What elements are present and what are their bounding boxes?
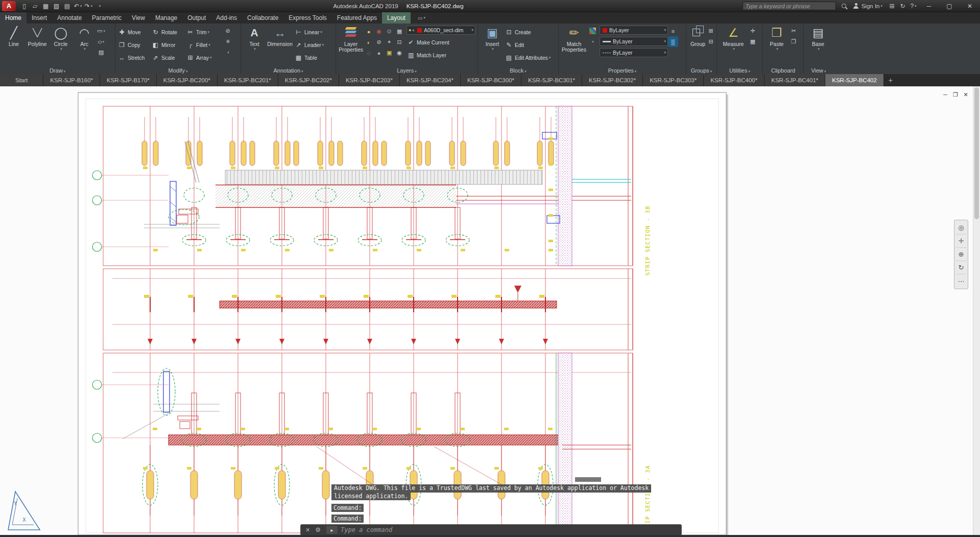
create-block-button[interactable]: ⊡Create xyxy=(505,26,556,38)
match-layer-button[interactable]: ▥Match Layer xyxy=(407,49,475,61)
layer-dropdown[interactable]: ● ◐ A060D_sect-dim ▾ xyxy=(407,26,475,35)
polyline-button[interactable]: ╲╱Polyline xyxy=(26,25,49,64)
orbit-icon[interactable]: ↻ xyxy=(955,261,967,274)
fillet-button[interactable]: ╭Fillet▾ xyxy=(186,38,223,51)
hatch-icon[interactable]: ▨ xyxy=(96,47,106,58)
tab-manage[interactable]: Manage xyxy=(150,12,182,24)
close-button[interactable]: ✕ xyxy=(960,0,980,12)
doc-restore-icon[interactable]: ❐ xyxy=(950,91,961,98)
save-as-icon[interactable]: ▧ xyxy=(51,1,62,11)
insert-button[interactable]: ▣Insert▾ xyxy=(480,25,505,64)
object-color-dropdown[interactable]: ByLayer▾ xyxy=(600,26,668,35)
color-grid-icon[interactable] xyxy=(587,26,597,36)
panel-label-groups[interactable]: Groups▾ xyxy=(686,67,716,74)
command-input[interactable] xyxy=(341,526,679,533)
tab-view[interactable]: View xyxy=(127,12,150,24)
line-button[interactable]: ╱Line xyxy=(2,25,26,64)
vertical-scrollbar[interactable] xyxy=(973,86,980,537)
search-input[interactable] xyxy=(746,3,833,9)
redo-icon[interactable]: ↷▾ xyxy=(83,1,94,11)
app-store-icon[interactable]: ⊞ xyxy=(887,1,897,11)
edit-block-button[interactable]: ✎Edit xyxy=(505,38,556,51)
autodesk-cloud-icon[interactable]: ↻ xyxy=(897,1,908,11)
command-customize-icon[interactable]: ⚙ xyxy=(313,526,323,533)
layer-walk-icon[interactable]: ◌ xyxy=(364,48,374,58)
panel-label-view[interactable]: View▾ xyxy=(804,67,833,74)
tab-add-ins[interactable]: Add-ins xyxy=(211,12,242,24)
doc-tab[interactable]: KSR-SJP-BC203* xyxy=(339,74,400,86)
doc-tab[interactable]: KSR-SJP-BC201* xyxy=(218,74,278,86)
doc-tab[interactable]: KSR-SJP-BC202* xyxy=(278,74,339,86)
search-box[interactable] xyxy=(743,2,836,10)
linear-button[interactable]: ⊢Linear▾ xyxy=(294,26,332,38)
measure-button[interactable]: ∠Measure▾ xyxy=(719,25,748,64)
array-button[interactable]: ⊞Array▾ xyxy=(186,51,223,64)
layer-off-icon[interactable]: ▦ xyxy=(394,26,404,37)
rotate-button[interactable]: ↻Rotate xyxy=(151,26,186,38)
panel-label-modify[interactable]: Modify▾ xyxy=(115,67,241,74)
tab-home[interactable]: Home xyxy=(0,12,27,24)
tab-express-tools[interactable]: Express Tools xyxy=(283,12,331,24)
tab-insert[interactable]: Insert xyxy=(27,12,52,24)
cad-drawing[interactable]: STRIP SECTION - 3BSTRIP SECTION - 3AXY xyxy=(0,86,980,537)
linetype-dropdown[interactable]: ByLayer▾ xyxy=(600,48,668,57)
layer-isolate-icon[interactable]: ● xyxy=(364,26,374,37)
text-button[interactable]: AText▾ xyxy=(243,25,266,64)
group-edit-icon[interactable]: ⊞ xyxy=(707,26,714,36)
tab-collaborate[interactable]: Collaborate xyxy=(242,12,283,24)
autocad-app-button[interactable]: A xyxy=(2,1,16,11)
doc-tab[interactable]: KSR-SJP-BC200* xyxy=(157,74,218,86)
doc-tab[interactable]: KSR-SJP-BC301* xyxy=(521,74,582,86)
zoom-icon[interactable]: ⊕ xyxy=(955,248,967,261)
search-icon[interactable] xyxy=(839,1,849,11)
ribbon-display-toggle[interactable]: ▭▾ xyxy=(418,12,425,24)
layer-freeze-icon[interactable]: ⊙ xyxy=(384,26,394,37)
layer-unlock-icon[interactable]: ✦ xyxy=(384,37,394,48)
paste-button[interactable]: ❒Paste▾ xyxy=(765,25,788,64)
panel-label-annotation[interactable]: Annotation▾ xyxy=(241,67,336,74)
erase-icon[interactable]: ⊘ xyxy=(223,26,233,36)
new-file-icon[interactable]: ▯ xyxy=(19,1,30,11)
panel-label-layers[interactable]: Layers▾ xyxy=(336,67,477,74)
match-properties-button[interactable]: ✏Match Properties xyxy=(561,25,587,64)
drawing-canvas[interactable]: STRIP SECTION - 3BSTRIP SECTION - 3AXY ─… xyxy=(0,86,980,537)
base-button[interactable]: ▤Base▾ xyxy=(806,25,830,64)
panel-label-draw[interactable]: Draw▾ xyxy=(0,67,115,74)
doc-tab[interactable]: KSR-SJP-BC302* xyxy=(582,74,643,86)
table-button[interactable]: ▦Table xyxy=(294,51,332,64)
group-button[interactable]: Group xyxy=(688,25,707,64)
lineweight-dropdown[interactable]: ByLayer▾ xyxy=(600,37,668,46)
open-file-icon[interactable]: ▱ xyxy=(30,1,40,11)
cut-icon[interactable]: ✂ xyxy=(788,26,799,36)
copy-clip-icon[interactable]: ❐ xyxy=(788,36,799,47)
ungroup-icon[interactable]: ⊟ xyxy=(707,36,714,47)
trim-button[interactable]: ✂Trim▾ xyxy=(186,26,223,38)
layer-unisolate-icon[interactable]: ◉ xyxy=(374,26,384,37)
rectangle-icon[interactable]: ▭▾ xyxy=(96,26,106,36)
layer-thaw-icon[interactable]: ⊡ xyxy=(394,37,404,48)
layer-properties-button[interactable]: Layer Properties xyxy=(338,25,364,64)
panel-label-clipboard[interactable]: Clipboard xyxy=(763,67,803,74)
doc-minimize-icon[interactable]: ─ xyxy=(940,91,950,98)
tab-layout[interactable]: Layout xyxy=(382,12,411,24)
mirror-button[interactable]: ◧Mirror xyxy=(151,38,186,51)
quick-calc-icon[interactable]: ▦ xyxy=(748,36,758,47)
doc-tab[interactable]: KSR-SJP-B160* xyxy=(43,74,100,86)
color-more-icon[interactable]: ▾ xyxy=(587,36,597,47)
tab-annotate[interactable]: Annotate xyxy=(52,12,87,24)
tab-parametric[interactable]: Parametric xyxy=(87,12,127,24)
doc-tab-start[interactable]: Start xyxy=(0,74,43,86)
maximize-button[interactable]: ▢ xyxy=(939,0,960,12)
leader-button[interactable]: ↗Leader▾ xyxy=(294,38,332,51)
save-icon[interactable]: ▦ xyxy=(40,1,51,11)
tab-featured-apps[interactable]: Featured Apps xyxy=(332,12,382,24)
scrollbar-thumb[interactable] xyxy=(974,87,979,219)
stretch-button[interactable]: ↔Stretch xyxy=(117,51,151,64)
arc-button[interactable]: ◠Arc▾ xyxy=(73,25,96,64)
help-icon[interactable]: ?▾ xyxy=(908,1,919,11)
scale-button[interactable]: ⇗Scale xyxy=(151,51,186,64)
explode-icon[interactable]: ✳ xyxy=(223,36,233,47)
minimize-button[interactable]: ─ xyxy=(919,0,939,12)
tab-output[interactable]: Output xyxy=(182,12,211,24)
panel-label-block[interactable]: Block▾ xyxy=(478,67,558,74)
